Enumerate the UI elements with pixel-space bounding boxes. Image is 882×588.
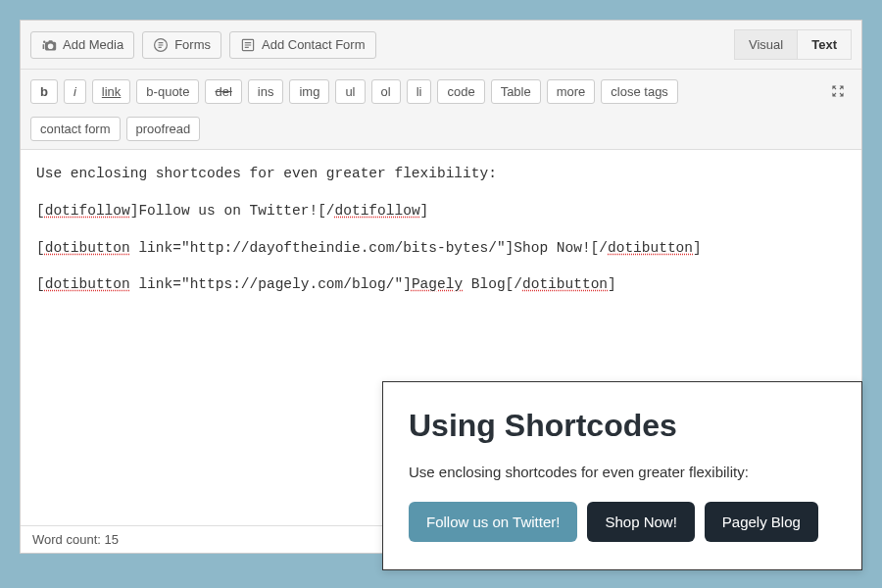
tab-visual[interactable]: Visual [734, 29, 798, 60]
format-toolbar: b i link b-quote del ins img ul ol li co… [21, 70, 861, 150]
preview-button-row: Follow us on Twitter! Shop Now! Pagely B… [409, 502, 836, 542]
format-bquote-button[interactable]: b-quote [136, 79, 199, 104]
content-line-2: [dotifollow]Follow us on Twitter![/dotif… [36, 201, 846, 222]
preview-follow-button[interactable]: Follow us on Twitter! [409, 502, 577, 542]
content-line-3: [dotibutton link="http://dayoftheindie.c… [36, 238, 846, 260]
format-more-button[interactable]: more [547, 79, 596, 104]
content-line-1: Use enclosing shortcodes for even greate… [36, 164, 846, 185]
tab-text[interactable]: Text [798, 29, 852, 60]
top-toolbar: Add Media Forms Add Contact Form Visual … [21, 21, 861, 70]
format-bold-button[interactable]: b [30, 79, 58, 104]
preview-shop-button[interactable]: Shop Now! [587, 502, 694, 542]
preview-title: Using Shortcodes [409, 408, 836, 444]
format-ol-button[interactable]: ol [371, 79, 401, 104]
format-img-button[interactable]: img [289, 79, 329, 104]
format-contact-form-button[interactable]: contact form [30, 117, 121, 141]
fullscreen-icon[interactable] [824, 77, 852, 105]
add-media-button[interactable]: Add Media [30, 31, 134, 59]
word-count-value: 15 [104, 532, 118, 547]
add-contact-form-label: Add Contact Form [262, 37, 366, 52]
format-table-button[interactable]: Table [491, 79, 541, 104]
format-proofread-button[interactable]: proofread [126, 117, 201, 141]
add-contact-form-button[interactable]: Add Contact Form [229, 31, 376, 59]
word-count-label: Word count: [32, 532, 104, 547]
add-media-label: Add Media [63, 37, 123, 52]
contact-form-icon [240, 37, 256, 53]
forms-button[interactable]: Forms [142, 31, 221, 59]
forms-label: Forms [174, 37, 211, 52]
camera-icon [41, 37, 57, 53]
format-li-button[interactable]: li [407, 79, 432, 104]
format-del-button[interactable]: del [205, 79, 241, 104]
preview-blog-button[interactable]: Pagely Blog [705, 502, 818, 542]
format-code-button[interactable]: code [437, 79, 484, 104]
editor-mode-tabs: Visual Text [734, 29, 852, 60]
format-link-button[interactable]: link [92, 79, 131, 104]
format-ins-button[interactable]: ins [248, 79, 284, 104]
format-close-tags-button[interactable]: close tags [601, 79, 678, 104]
content-line-4: [dotibutton link="https://pagely.com/blo… [36, 274, 846, 296]
forms-icon [153, 37, 169, 53]
svg-point-0 [43, 40, 45, 42]
preview-panel: Using Shortcodes Use enclosing shortcode… [382, 381, 862, 570]
format-ul-button[interactable]: ul [335, 79, 365, 104]
format-italic-button[interactable]: i [64, 79, 86, 104]
preview-subtitle: Use enclosing shortcodes for even greate… [409, 464, 836, 480]
